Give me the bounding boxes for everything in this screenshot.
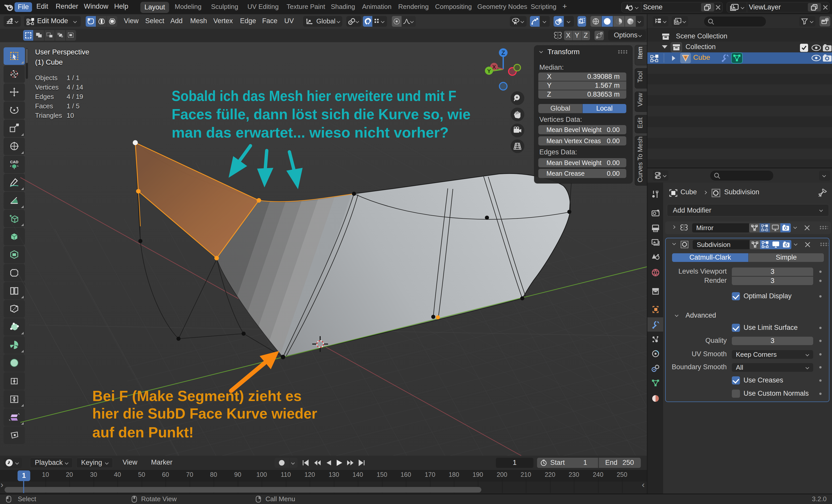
svg-text:Y: Y [487, 68, 491, 74]
svg-text:Z: Z [501, 49, 505, 56]
